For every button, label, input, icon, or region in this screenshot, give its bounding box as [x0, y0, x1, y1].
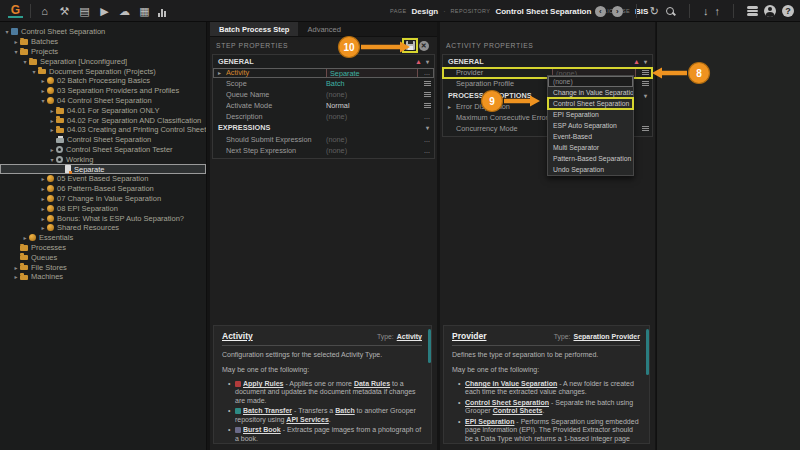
expand-arrow[interactable]: ▾ [30, 68, 38, 75]
tree-item[interactable]: ▸05 Event Based Separation [0, 174, 206, 184]
expand-arrow[interactable]: ▸ [39, 205, 47, 212]
user-icon[interactable] [764, 5, 776, 17]
tree-item[interactable]: Queues [0, 252, 206, 262]
expand-arrow[interactable]: ▸ [48, 107, 56, 114]
tree-item[interactable]: ▸Essentials [0, 233, 206, 243]
help-link[interactable]: Batch Transfer [243, 407, 292, 414]
expand-arrow[interactable]: ▸ [39, 175, 47, 182]
tree-item[interactable]: ▸Bonus: What is ESP Auto Separation? [0, 213, 206, 223]
batches-icon[interactable]: ▤ [78, 4, 91, 18]
property-value[interactable]: (none) [326, 146, 420, 155]
grooper-logo[interactable]: G [8, 3, 23, 18]
dropdown-item[interactable]: (none) [548, 76, 633, 87]
property-value[interactable]: (none) [326, 135, 420, 144]
tab-batch-process-step[interactable]: Batch Process Step [210, 22, 298, 36]
chevron-down-icon[interactable]: ▾ [644, 92, 647, 99]
property-value[interactable]: (none) [326, 112, 420, 121]
help-link[interactable]: Apply Rules [243, 380, 283, 387]
chevron-down-icon[interactable]: ▾ [426, 58, 429, 65]
tree-item[interactable]: ▾Working [0, 154, 206, 164]
section-header[interactable]: EXPRESSIONS▾ [213, 121, 434, 134]
expand-arrow[interactable]: ▸ [21, 234, 29, 241]
help-link[interactable]: API Services [286, 416, 328, 423]
expand-arrow[interactable]: ▸ [48, 117, 56, 124]
tree-item[interactable]: ▸08 EPI Separation [0, 203, 206, 213]
expand-arrow[interactable]: ▾ [48, 156, 56, 163]
tree-item[interactable]: ▸Shared Resources [0, 223, 206, 233]
property-value[interactable]: Batch [326, 79, 420, 88]
tree-item[interactable]: ▸04.03 Creating and Printing Control She… [0, 125, 206, 135]
expand-arrow[interactable]: ▸ [12, 273, 20, 280]
expand-arrow[interactable]: ▸ [39, 195, 47, 202]
row-ellipsis-button[interactable]: ... [420, 69, 434, 76]
tree-item[interactable]: Separate [0, 164, 206, 174]
chevron-down-icon[interactable]: ▾ [426, 124, 429, 131]
tree-item[interactable]: ▸02 Batch Processing Basics [0, 76, 206, 86]
tree-item[interactable]: ▸Control Sheet Separation Tester [0, 145, 206, 155]
row-menu-button[interactable] [638, 81, 652, 86]
breadcrumb-page-value[interactable]: Design [411, 7, 438, 16]
expand-arrow[interactable]: ▸ [39, 215, 47, 222]
nav-back-icon[interactable]: ‹ [595, 6, 606, 17]
expand-arrow[interactable]: ▾ [3, 28, 11, 35]
expand-arrow[interactable]: ▾ [12, 48, 20, 55]
expand-arrow[interactable]: ▾ [39, 97, 47, 104]
expand-arrow[interactable]: ▸ [448, 103, 456, 110]
stats-icon[interactable] [158, 8, 166, 17]
scrollbar[interactable] [646, 329, 650, 375]
expand-arrow[interactable]: ▸ [218, 69, 226, 76]
expand-arrow[interactable]: ▸ [39, 77, 47, 84]
row-menu-button[interactable] [420, 81, 434, 86]
tree-item[interactable]: ▸06 Pattern-Based Separation [0, 184, 206, 194]
row-ellipsis-button[interactable]: ... [420, 113, 434, 120]
section-header[interactable]: GENERAL▲▾ [213, 55, 434, 68]
row-ellipsis-button[interactable]: ... [420, 147, 434, 154]
jobs-icon[interactable]: ▦ [138, 4, 151, 18]
tree-item[interactable]: ▸04.02 For Separation AND Classification [0, 115, 206, 125]
nav-forward-icon[interactable]: › [612, 6, 623, 17]
expand-arrow[interactable]: ▸ [12, 38, 20, 45]
expand-arrow[interactable]: ▸ [48, 146, 56, 153]
save-button[interactable] [403, 39, 417, 52]
tree-item[interactable]: ▸04.01 For Separation ONLY [0, 105, 206, 115]
type-link[interactable]: Activity [397, 333, 422, 340]
row-menu-button[interactable] [420, 103, 434, 108]
expand-arrow[interactable]: ▸ [39, 87, 47, 94]
tab-advanced[interactable]: Advanced [298, 22, 349, 36]
expand-arrow[interactable]: ▸ [39, 224, 47, 231]
download-icon[interactable]: ↓ [703, 0, 709, 22]
property-value[interactable]: Separate [326, 68, 418, 78]
design-tools-icon[interactable]: ⚒ [58, 4, 71, 18]
property-row[interactable]: Description(none)... [213, 111, 434, 122]
property-row[interactable]: Next Step Expression(none)... [213, 145, 434, 156]
type-link[interactable]: Separation Provider [573, 333, 640, 340]
tree-item[interactable]: Control Sheet Separation [0, 135, 206, 145]
home-icon[interactable]: ⌂ [38, 4, 51, 18]
tree-item[interactable]: ▸Machines [0, 272, 206, 282]
dropdown-item[interactable]: Multi Separator [548, 142, 633, 153]
tree-item[interactable]: ▾04 Control Sheet Separation [0, 96, 206, 106]
help-title[interactable]: Provider [452, 331, 487, 341]
help-link[interactable]: Batch [335, 407, 354, 414]
tree-item[interactable]: ▸03 Separation Providers and Profiles [0, 86, 206, 96]
property-row[interactable]: Should Submit Expression(none)... [213, 134, 434, 145]
tree-item[interactable]: ▾Control Sheet Separation [0, 27, 206, 37]
property-row[interactable]: ScopeBatch [213, 78, 434, 89]
help-link[interactable]: Change in Value Separation [465, 380, 557, 387]
cloud-import-icon[interactable]: ☁ [118, 4, 131, 18]
row-menu-button[interactable] [420, 92, 434, 97]
help-link[interactable]: Data Rules [354, 380, 390, 387]
property-value[interactable]: Normal [326, 101, 420, 110]
property-row[interactable]: Activate ModeNormal [213, 100, 434, 111]
row-ellipsis-button[interactable]: ... [420, 136, 434, 143]
dropdown-item[interactable]: Control Sheet Separation [548, 98, 633, 109]
expand-arrow[interactable]: ▸ [48, 126, 56, 133]
chevron-down-icon[interactable]: ▾ [644, 58, 647, 65]
tree-item[interactable]: ▸Batches [0, 37, 206, 47]
dropdown-item[interactable]: Change in Value Separation [548, 87, 633, 98]
scrollbar[interactable] [428, 329, 432, 363]
search-icon[interactable] [665, 6, 676, 17]
help-link[interactable]: Control Sheet Separation [465, 399, 549, 406]
expand-arrow[interactable]: ▾ [21, 58, 29, 65]
expand-arrow[interactable]: ▸ [39, 185, 47, 192]
